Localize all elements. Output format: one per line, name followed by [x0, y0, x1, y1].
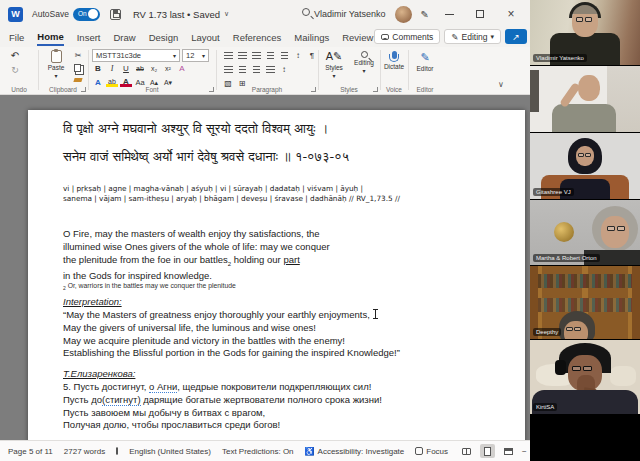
- minimize-button[interactable]: [438, 0, 460, 28]
- tab-design[interactable]: Design: [149, 30, 179, 45]
- paragraph-dialog-launcher-icon[interactable]: [311, 87, 316, 92]
- sanskrit-line: वि पृक्षो अग्ने मघवानो अश्युर् वि सूरयो …: [63, 121, 328, 137]
- pen-icon[interactable]: ✎: [421, 9, 429, 20]
- justify-button[interactable]: [264, 64, 276, 75]
- undo-group: ↶ ↻ Undo: [0, 47, 38, 94]
- superscript-button[interactable]: x²: [162, 63, 174, 74]
- search-icon[interactable]: [302, 8, 310, 16]
- styles-button[interactable]: A✎ Styles ▾: [320, 50, 348, 79]
- text-predictions[interactable]: Text Predictions: On: [222, 447, 294, 456]
- editing-mode-label: Editing: [461, 32, 487, 42]
- paste-button[interactable]: Paste ▾: [42, 50, 70, 79]
- editor-label: Editor: [417, 65, 434, 72]
- tab-file[interactable]: File: [9, 30, 24, 45]
- document-title[interactable]: RV 1.73 last • Saved: [133, 9, 220, 20]
- chevron-down-icon: ▾: [332, 72, 335, 79]
- word-window: W AutoSave On RV 1.73 last • Saved ∨ Vla…: [0, 0, 530, 461]
- tab-draw[interactable]: Draw: [113, 30, 135, 45]
- decrease-indent-button[interactable]: [264, 50, 276, 61]
- microphone-icon: [392, 51, 397, 59]
- tab-mailings[interactable]: Mailings: [294, 30, 329, 45]
- undo-button[interactable]: ↶: [9, 50, 21, 61]
- autosave-control[interactable]: AutoSave On: [32, 8, 100, 21]
- styles-dialog-launcher-icon[interactable]: [373, 87, 378, 92]
- align-center-button[interactable]: [236, 64, 248, 75]
- increase-indent-button[interactable]: [278, 50, 290, 61]
- underline-button[interactable]: U: [120, 63, 132, 74]
- text-line: Получая долю, чтобы прославиться среди б…: [63, 419, 382, 432]
- accessibility-status[interactable]: ♿Accessibility: Investigate: [305, 447, 405, 456]
- print-layout-button[interactable]: [480, 444, 495, 458]
- sanskrit-line: सनेम वाजं समिथेष्व् अर्यो भागं देवेषु श्…: [63, 149, 349, 165]
- subscript-button[interactable]: x₂: [148, 63, 160, 74]
- phonetic-guide-button[interactable]: A: [176, 63, 188, 74]
- text-line: O Fire, may the masters of wealth enjoy …: [63, 228, 330, 241]
- align-left-button[interactable]: [222, 64, 234, 75]
- bold-button[interactable]: B: [92, 63, 104, 74]
- focus-icon: [415, 447, 423, 455]
- editor-button[interactable]: ✎ Editor: [411, 51, 439, 72]
- document-page[interactable]: वि पृक्षो अग्ने मघवानो अश्युर् वि सूरयो …: [28, 110, 525, 440]
- read-mode-button[interactable]: [459, 444, 474, 458]
- user-name[interactable]: Vladimir Yatsenko: [314, 9, 386, 19]
- line-spacing-button[interactable]: ↕: [278, 64, 290, 75]
- strikethrough-button[interactable]: ab: [134, 63, 146, 74]
- cut-button[interactable]: ✂: [72, 50, 84, 61]
- toggle-knob: [88, 9, 98, 19]
- tab-review[interactable]: Review: [342, 30, 373, 45]
- word-app-icon[interactable]: W: [8, 7, 23, 22]
- tab-home[interactable]: Home: [37, 29, 63, 46]
- font-size-combobox[interactable]: 12 ▾: [182, 49, 209, 62]
- web-layout-button[interactable]: [501, 444, 516, 458]
- tab-insert[interactable]: Insert: [77, 30, 101, 45]
- format-painter-button[interactable]: [73, 78, 82, 82]
- share-button[interactable]: ↗: [505, 29, 527, 44]
- dictate-button[interactable]: Dictate: [380, 51, 408, 70]
- interpretation-text: “May the Masters of greatness enjoy thor…: [63, 309, 400, 360]
- focus-button[interactable]: Focus: [415, 447, 448, 456]
- pilcrow-button[interactable]: ¶: [306, 50, 318, 61]
- collapse-ribbon-icon[interactable]: ∨: [498, 80, 504, 89]
- page-indicator[interactable]: Page 5 of 11: [8, 447, 53, 456]
- chevron-down-icon: ▾: [490, 33, 494, 41]
- close-button[interactable]: ×: [500, 0, 522, 28]
- footnote: 2 Or, warriors in the battles may we con…: [63, 282, 236, 291]
- chevron-down-icon: ▾: [202, 52, 205, 59]
- autosave-toggle[interactable]: On: [73, 8, 100, 21]
- participant-video[interactable]: KirtiSA: [530, 340, 640, 415]
- numbered-list-button[interactable]: [236, 50, 248, 61]
- sort-button[interactable]: ↕: [292, 50, 304, 61]
- avatar[interactable]: [395, 6, 412, 23]
- participant-video[interactable]: Vladimir Yatsenko: [530, 0, 640, 66]
- clipboard-dialog-launcher-icon[interactable]: [81, 87, 86, 92]
- title-chevron-icon[interactable]: ∨: [224, 10, 229, 18]
- copy-button[interactable]: [74, 64, 81, 72]
- participant-video[interactable]: [530, 66, 640, 133]
- editing-mode-button[interactable]: ✎ Editing ▾: [444, 29, 501, 44]
- proofing-icon[interactable]: [116, 447, 118, 455]
- editing-menu-button[interactable]: Editing ▾: [350, 51, 378, 74]
- language-indicator[interactable]: English (United States): [129, 447, 211, 456]
- multilevel-list-button[interactable]: [250, 50, 262, 61]
- russian-translation: 5. Пусть достигнут, о Агни, щедрые покро…: [63, 381, 382, 432]
- editor-group: ✎ Editor Editor: [408, 47, 442, 94]
- zoom-out-button[interactable]: −: [522, 447, 527, 456]
- redo-button[interactable]: ↻: [9, 64, 21, 75]
- font-group: MSTT31c3de ▾ 12 ▾ B I U ab x₂ x² A A: [88, 47, 216, 94]
- participant-video[interactable]: Deepthy: [530, 266, 640, 340]
- font-name-combobox[interactable]: MSTT31c3de ▾: [92, 49, 180, 62]
- save-icon[interactable]: [110, 9, 121, 20]
- font-dialog-launcher-icon[interactable]: [209, 87, 214, 92]
- align-right-button[interactable]: [250, 64, 262, 75]
- participant-video[interactable]: Gitashree VJ: [530, 133, 640, 200]
- interpretation-heading: Interpretation:: [63, 296, 122, 307]
- bullet-list-button[interactable]: [222, 50, 234, 61]
- comments-button[interactable]: Comments: [374, 29, 440, 44]
- participant-video[interactable]: Martha & Robert Orton: [530, 200, 640, 266]
- word-count[interactable]: 2727 words: [64, 447, 105, 456]
- tab-layout[interactable]: Layout: [191, 30, 220, 45]
- tab-references[interactable]: References: [233, 30, 282, 45]
- italic-button[interactable]: I: [106, 63, 118, 74]
- magnifier-icon: [361, 51, 368, 58]
- maximize-button[interactable]: [469, 0, 491, 28]
